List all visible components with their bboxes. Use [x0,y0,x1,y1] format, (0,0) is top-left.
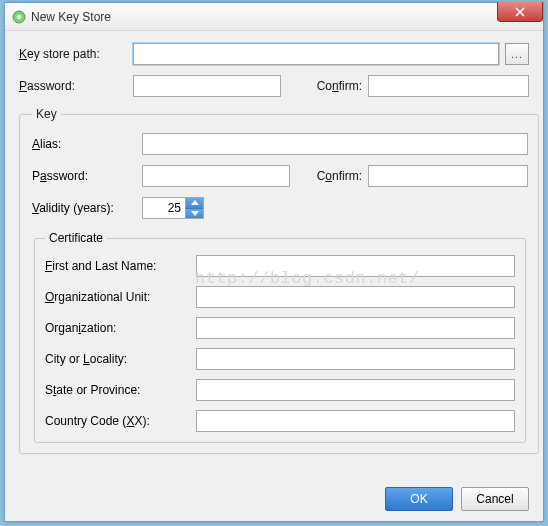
keystore-confirm-input[interactable] [368,75,529,97]
first-last-input[interactable] [196,255,515,277]
keystore-confirm-label: Confirm: [295,79,362,93]
organization-label: Organization: [45,321,190,335]
validity-label: Validity (years): [32,201,136,215]
dialog-window: New Key Store Key store path: ... Passwo… [4,2,544,522]
country-label: Country Code (XX): [45,414,190,428]
chevron-down-icon [191,211,199,216]
chevron-up-icon [191,200,199,205]
key-confirm-label: Confirm: [302,169,362,183]
org-unit-label: Organizational Unit: [45,290,190,304]
cancel-button[interactable]: Cancel [461,487,529,511]
titlebar: New Key Store [5,3,543,31]
keystore-path-input[interactable] [133,43,499,65]
spinner-up-button[interactable] [185,198,203,209]
spinner-down-button[interactable] [185,209,203,219]
key-group: Key Alias: Password: Confirm: Validity (… [19,107,539,454]
browse-button[interactable]: ... [505,43,529,65]
app-icon [11,9,27,25]
org-unit-input[interactable] [196,286,515,308]
close-button[interactable] [497,2,543,22]
city-input[interactable] [196,348,515,370]
keystore-path-label: Key store path: [19,47,127,61]
key-password-input[interactable] [142,165,290,187]
close-icon [515,7,525,17]
first-last-label: First and Last Name: [45,259,190,273]
ok-button[interactable]: OK [385,487,453,511]
key-confirm-input[interactable] [368,165,528,187]
dialog-content: Key store path: ... Password: Confirm: K… [5,31,543,464]
alias-label: Alias: [32,137,136,151]
keystore-password-input[interactable] [133,75,281,97]
organization-input[interactable] [196,317,515,339]
certificate-group: Certificate First and Last Name: Organiz… [34,231,526,443]
alias-input[interactable] [142,133,528,155]
svg-point-1 [17,14,22,19]
window-title: New Key Store [31,10,111,24]
validity-input[interactable] [143,198,185,218]
country-input[interactable] [196,410,515,432]
key-legend: Key [32,107,61,121]
city-label: City or Locality: [45,352,190,366]
key-password-label: Password: [32,169,136,183]
state-label: State or Province: [45,383,190,397]
keystore-password-label: Password: [19,79,127,93]
validity-spinner[interactable] [142,197,204,219]
dialog-footer: OK Cancel [385,487,529,511]
certificate-legend: Certificate [45,231,107,245]
state-input[interactable] [196,379,515,401]
